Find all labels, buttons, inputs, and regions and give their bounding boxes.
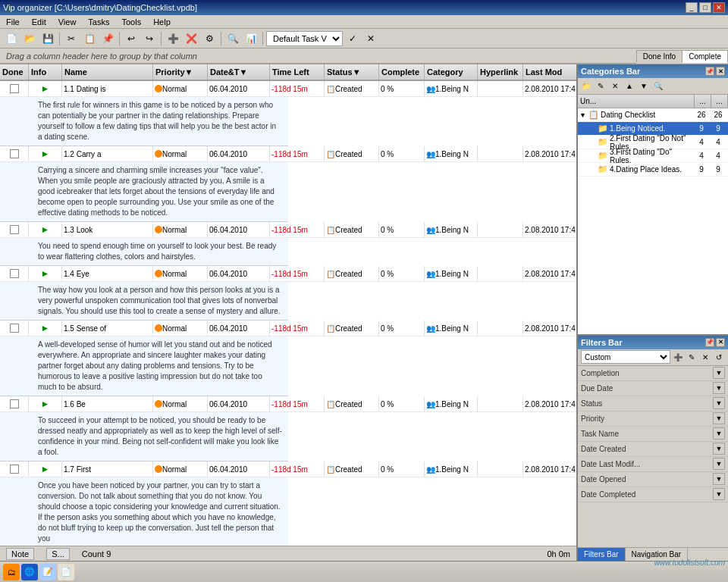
subtasks-tab[interactable]: S... — [46, 548, 70, 560]
filter-dropdown-arrow[interactable]: ▼ — [713, 458, 725, 470]
cat-tree-item[interactable]: ▼ 📋 Dating Checklist 26 26 — [578, 108, 728, 122]
menu-tools[interactable]: Tools — [118, 17, 144, 27]
col-header-name[interactable]: Name — [62, 64, 153, 80]
cell-done[interactable] — [0, 81, 29, 96]
taskbar-app-icon[interactable]: 🗂 — [3, 564, 20, 580]
filter-item[interactable]: Date Opened ▼ — [578, 472, 728, 487]
filter-item[interactable]: Completion ▼ — [578, 366, 728, 381]
cat-expand-icon[interactable]: ▼ — [579, 111, 588, 119]
taskbar-icon3[interactable]: 📝 — [39, 564, 56, 580]
filter-item[interactable]: Date Last Modif... ▼ — [578, 457, 728, 472]
cat-new-btn[interactable]: 📁 — [579, 80, 593, 93]
maximize-button[interactable]: □ — [699, 2, 711, 13]
task-row[interactable]: ► 1.2 Carry a Normal 06.04.2010 -118d 15… — [0, 146, 576, 162]
filter-dropdown-arrow[interactable]: ▼ — [713, 443, 725, 455]
cell-done[interactable] — [0, 396, 29, 411]
cell-done[interactable] — [0, 321, 29, 336]
col-header-lastmod[interactable]: Last Mod — [523, 64, 576, 80]
task-row[interactable]: ► 1.1 Dating is Normal 06.04.2010 -118d … — [0, 81, 576, 97]
col-header-timeleft[interactable]: Time Left — [270, 64, 325, 80]
menu-file[interactable]: File — [3, 17, 23, 27]
close-button[interactable]: ✕ — [713, 2, 725, 13]
filter-add-btn[interactable]: ➕ — [672, 351, 684, 363]
filter-item[interactable]: Priority ▼ — [578, 411, 728, 427]
properties-button[interactable]: ⚙ — [201, 30, 218, 47]
cat-bar-close[interactable]: ✕ — [716, 67, 725, 76]
minimize-button[interactable]: _ — [686, 2, 698, 13]
paste-button[interactable]: 📌 — [99, 30, 116, 47]
cell-done[interactable] — [0, 462, 29, 477]
cat-bar-pin[interactable]: 📌 — [705, 67, 714, 76]
filter-item[interactable]: Task Name ▼ — [578, 427, 728, 442]
col-header-status[interactable]: Status ▼ — [325, 64, 379, 80]
note-tab[interactable]: Note — [6, 548, 34, 560]
filter-dropdown-arrow[interactable]: ▼ — [713, 427, 725, 440]
cat-filter-btn[interactable]: 🔍 — [651, 80, 665, 93]
filter-item[interactable]: Due Date ▼ — [578, 381, 728, 396]
col-header-category[interactable]: Category — [425, 64, 478, 80]
filter-preset-dropdown[interactable]: Custom — [581, 350, 670, 364]
filter-close[interactable]: ✕ — [716, 338, 725, 347]
filters-bar-tab[interactable]: Filters Bar — [578, 548, 626, 561]
cat-tree-item[interactable]: 📁 3.First Dating "Do" Rules. 4 4 — [578, 149, 728, 163]
cut-button[interactable]: ✂ — [63, 30, 80, 47]
col-header-done[interactable]: Done — [0, 64, 29, 80]
filter-dropdown-arrow[interactable]: ▼ — [713, 488, 725, 500]
task-row[interactable]: ► 1.6 Be Normal 06.04.2010 -118d 15m 📋 C… — [0, 396, 576, 412]
done-checkbox[interactable] — [10, 269, 19, 278]
open-button[interactable]: 📂 — [21, 30, 38, 47]
col-header-info[interactable]: Info — [29, 64, 62, 80]
menu-help[interactable]: Help — [150, 17, 174, 27]
task-row[interactable]: ► 1.3 Look Normal 06.04.2010 -118d 15m 📋… — [0, 222, 576, 238]
cat-up-btn[interactable]: ▲ — [623, 80, 636, 93]
undo-button[interactable]: ↩ — [123, 30, 140, 47]
col-header-hyperlink[interactable]: Hyperlink — [478, 64, 523, 80]
filter-button[interactable]: 🔍 — [224, 30, 241, 47]
filter-dropdown-arrow[interactable]: ▼ — [713, 367, 725, 379]
filter-item[interactable]: Date Completed ▼ — [578, 487, 728, 502]
view-cancel-button[interactable]: ✕ — [362, 30, 379, 47]
new-button[interactable]: 📄 — [3, 30, 20, 47]
col-header-complete[interactable]: Complete — [379, 64, 425, 80]
redo-button[interactable]: ↪ — [141, 30, 158, 47]
add-task-button[interactable]: ➕ — [165, 30, 181, 47]
filter-dropdown-arrow[interactable]: ▼ — [713, 412, 725, 424]
filter-pin[interactable]: 📌 — [705, 338, 714, 347]
done-checkbox[interactable] — [10, 324, 19, 333]
filter-item[interactable]: Status ▼ — [578, 396, 728, 411]
cat-tree-item[interactable]: 📁 4.Dating Place Ideas. 9 9 — [578, 163, 728, 177]
taskbar-icon4[interactable]: 📄 — [58, 564, 74, 580]
task-row[interactable]: ► 1.7 First Normal 06.04.2010 -118d 15m … — [0, 462, 576, 477]
done-checkbox[interactable] — [10, 399, 19, 408]
cat-down-btn[interactable]: ▼ — [637, 80, 651, 93]
filter-dropdown-arrow[interactable]: ▼ — [713, 473, 725, 485]
cell-done[interactable] — [0, 146, 29, 161]
filter-item[interactable]: Date Created ▼ — [578, 442, 728, 457]
done-checkbox[interactable] — [10, 465, 19, 474]
task-view-dropdown[interactable]: Default Task V — [266, 31, 343, 46]
task-row[interactable]: ► 1.5 Sense of Normal 06.04.2010 -118d 1… — [0, 321, 576, 336]
menu-view[interactable]: View — [55, 17, 80, 27]
group-button[interactable]: 📊 — [243, 30, 259, 47]
menu-edit[interactable]: Edit — [29, 17, 49, 27]
filter-dropdown-arrow[interactable]: ▼ — [713, 397, 725, 409]
save-button[interactable]: 💾 — [39, 30, 56, 47]
col-header-date[interactable]: Date&T ▼ — [208, 64, 270, 80]
copy-button[interactable]: 📋 — [81, 30, 98, 47]
complete-tab[interactable]: Complete — [682, 50, 728, 63]
filter-dropdown-arrow[interactable]: ▼ — [713, 382, 725, 394]
cat-edit-btn[interactable]: ✎ — [594, 80, 607, 93]
cell-done[interactable] — [0, 222, 29, 237]
done-checkbox[interactable] — [10, 149, 19, 158]
menu-tasks[interactable]: Tasks — [85, 17, 112, 27]
done-info-tab[interactable]: Done Info — [637, 50, 682, 62]
taskbar-browser-icon[interactable]: 🌐 — [21, 564, 38, 580]
view-ok-button[interactable]: ✓ — [344, 30, 361, 47]
filter-edit-btn[interactable]: ✎ — [686, 351, 698, 363]
cell-done[interactable] — [0, 266, 29, 281]
cat-delete-btn[interactable]: ✕ — [608, 80, 622, 93]
col-header-priority[interactable]: Priority ▼ — [153, 64, 208, 80]
task-row[interactable]: ► 1.4 Eye Normal 06.04.2010 -118d 15m 📋 … — [0, 266, 576, 282]
filter-del-btn[interactable]: ✕ — [699, 351, 711, 363]
done-checkbox[interactable] — [10, 225, 19, 234]
